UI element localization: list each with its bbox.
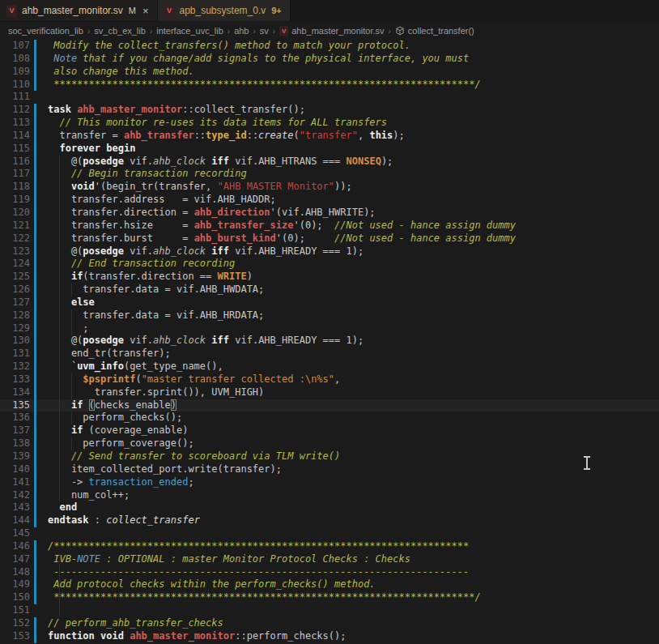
code-text: ;	[48, 322, 89, 335]
indent-guide	[59, 553, 60, 617]
breadcrumb-item[interactable]: soc_verification_lib	[8, 26, 83, 36]
code-line[interactable]: 151	[0, 604, 659, 617]
code-line[interactable]: 138 perform_coverage();	[0, 437, 659, 450]
code-text: $psprintf("master transfer collected :\n…	[48, 373, 340, 386]
code-line[interactable]: 149 Add protocol checks within the perfo…	[0, 578, 659, 591]
code-line[interactable]: 110 ************************************…	[0, 79, 659, 92]
code-line[interactable]: 122 transfer.burst = ahb_burst_kind'(0);…	[0, 232, 659, 245]
code-line[interactable]: 150 ************************************…	[0, 591, 659, 604]
git-modified-indicator	[34, 476, 36, 489]
breadcrumb-label: collect_transfer()	[408, 26, 474, 36]
code-line[interactable]: 137 if (coverage_enable)	[0, 424, 659, 437]
code-text: transfer = ahb_transfer::type_id::create…	[48, 130, 405, 143]
code-line[interactable]: 139 // Send transfer to scoreboard via T…	[0, 450, 659, 463]
vscode-window: Vahb_master_monitor.svM×Vapb_subsystem_0…	[0, 0, 659, 644]
breadcrumb-item[interactable]: sv_cb_ex_lib	[94, 26, 146, 36]
indent-guide	[71, 373, 72, 399]
code-line[interactable]: 152// perform_ahb_transfer_checks	[0, 617, 659, 630]
code-line[interactable]: 136 perform_checks();	[0, 412, 659, 424]
code-line[interactable]: 148 ------------------------------------…	[0, 566, 659, 579]
code-line[interactable]: 119 transfer.address = vif.AHB_HADDR;	[0, 194, 659, 207]
code-text: task ahb_master_monitor::collect_transfe…	[48, 104, 305, 117]
close-icon[interactable]: ×	[142, 6, 149, 16]
git-modified-indicator	[34, 578, 36, 591]
line-number: 111	[0, 91, 30, 104]
code-line[interactable]: 107 Modify the collect_transfers() metho…	[0, 40, 659, 53]
code-line[interactable]: 134 transfer.sprint()), UVM_HIGH)	[0, 386, 659, 399]
code-line[interactable]: 144endtask : collect_transfer	[0, 514, 659, 527]
code-text: function void ahb_master_monitor::perfor…	[48, 630, 347, 643]
code-line[interactable]: 129 ;	[0, 322, 659, 335]
breadcrumb-item[interactable]: interface_uvc_lib	[156, 26, 223, 36]
git-modified-indicator	[34, 284, 36, 296]
line-number: 110	[0, 79, 30, 92]
code-text: ----------------------------------------…	[48, 566, 469, 579]
code-line[interactable]: 133 $psprintf("master transfer collected…	[0, 373, 659, 386]
code-text: perform_coverage();	[48, 437, 194, 450]
code-text: if (checks_enable)	[48, 399, 176, 412]
breadcrumb-item[interactable]: sv	[260, 26, 269, 36]
git-modified-badge: M	[129, 6, 136, 15]
code-line[interactable]: 109 also change this method.	[0, 66, 659, 79]
code-line[interactable]: 124 // End transaction recording	[0, 258, 659, 271]
code-line[interactable]: 140 item_collected_port.write(transfer);	[0, 463, 659, 476]
code-line[interactable]: 108 Note that if you change/add signals …	[0, 53, 659, 66]
line-number: 134	[0, 386, 30, 399]
git-modified-indicator	[34, 630, 36, 643]
line-number: 115	[0, 143, 30, 156]
tab-apb_subsystem_0.v[interactable]: Vapb_subsystem_0.v9+	[158, 0, 291, 21]
code-text: else	[48, 296, 95, 309]
code-line[interactable]: 114 transfer = ahb_transfer::type_id::cr…	[0, 130, 659, 143]
code-line[interactable]: 131 end_tr(transfer);	[0, 348, 659, 360]
code-text: if (coverage_enable)	[48, 424, 188, 437]
git-modified-indicator	[34, 553, 36, 566]
code-line[interactable]: 111	[0, 91, 659, 104]
breadcrumb-item[interactable]: Vahb_master_monitor.sv	[279, 26, 384, 36]
code-line[interactable]: 153function void ahb_master_monitor::per…	[0, 630, 659, 643]
line-number: 125	[0, 271, 30, 284]
code-line[interactable]: 145	[0, 527, 659, 540]
indent-guide	[59, 156, 60, 502]
breadcrumb-separator: ›	[150, 27, 152, 36]
code-line[interactable]: 135 if (checks_enable)	[0, 399, 659, 412]
git-modified-indicator	[34, 322, 36, 335]
code-line[interactable]: 128 transfer.data = vif.AHB_HRDATA;	[0, 309, 659, 322]
code-line[interactable]: 127 else	[0, 296, 659, 309]
git-modified-indicator	[34, 91, 36, 104]
git-modified-indicator	[34, 617, 36, 630]
indent-guide	[71, 284, 72, 296]
code-line[interactable]: 125 if(transfer.direction == WRITE)	[0, 271, 659, 284]
code-line[interactable]: 143 end	[0, 501, 659, 514]
code-line[interactable]: 142 num_col++;	[0, 489, 659, 502]
line-number: 122	[0, 232, 30, 245]
git-modified-indicator	[34, 66, 36, 79]
line-number: 113	[0, 117, 30, 130]
code-line[interactable]: 113 // This monitor re-uses its data ite…	[0, 117, 659, 130]
line-number: 135	[0, 399, 30, 412]
code-line[interactable]: 146/************************************…	[0, 540, 659, 553]
line-number: 124	[0, 258, 30, 271]
code-line[interactable]: 118 void'(begin_tr(transfer, "AHB MASTER…	[0, 181, 659, 194]
line-number: 132	[0, 360, 30, 373]
tab-ahb_master_monitor.sv[interactable]: Vahb_master_monitor.svM×	[0, 0, 158, 21]
line-number: 114	[0, 130, 30, 143]
line-number: 150	[0, 591, 30, 604]
code-text: transfer.address = vif.AHB_HADDR;	[48, 194, 276, 207]
code-line[interactable]: 141 -> transaction_ended;	[0, 476, 659, 489]
code-line[interactable]: 120 transfer.direction = ahb_direction'(…	[0, 207, 659, 220]
code-line[interactable]: 115 forever begin	[0, 143, 659, 156]
code-line[interactable]: 126 transfer.data = vif.AHB_HWDATA;	[0, 284, 659, 296]
git-modified-indicator	[34, 40, 36, 53]
breadcrumb-item[interactable]: collect_transfer()	[395, 26, 474, 36]
code-line[interactable]: 132 `uvm_info(get_type_name(),	[0, 360, 659, 373]
code-line[interactable]: 121 transfer.hsize = ahb_transfer_size'(…	[0, 220, 659, 232]
code-editor[interactable]: 107 Modify the collect_transfers() metho…	[0, 40, 659, 644]
code-line[interactable]: 147 IVB-NOTE : OPTIONAL : master Monitor…	[0, 553, 659, 566]
breadcrumb-item[interactable]: ahb	[234, 26, 249, 36]
code-line[interactable]: 116 @(posedge vif.ahb_clock iff vif.AHB_…	[0, 156, 659, 168]
code-line[interactable]: 130 @(posedge vif.ahb_clock iff vif.AHB_…	[0, 335, 659, 348]
code-line[interactable]: 112task ahb_master_monitor::collect_tran…	[0, 104, 659, 117]
code-line[interactable]: 117 // Begin transaction recording	[0, 168, 659, 181]
git-modified-indicator	[34, 437, 36, 450]
code-line[interactable]: 123 @(posedge vif.ahb_clock iff vif.AHB_…	[0, 245, 659, 258]
